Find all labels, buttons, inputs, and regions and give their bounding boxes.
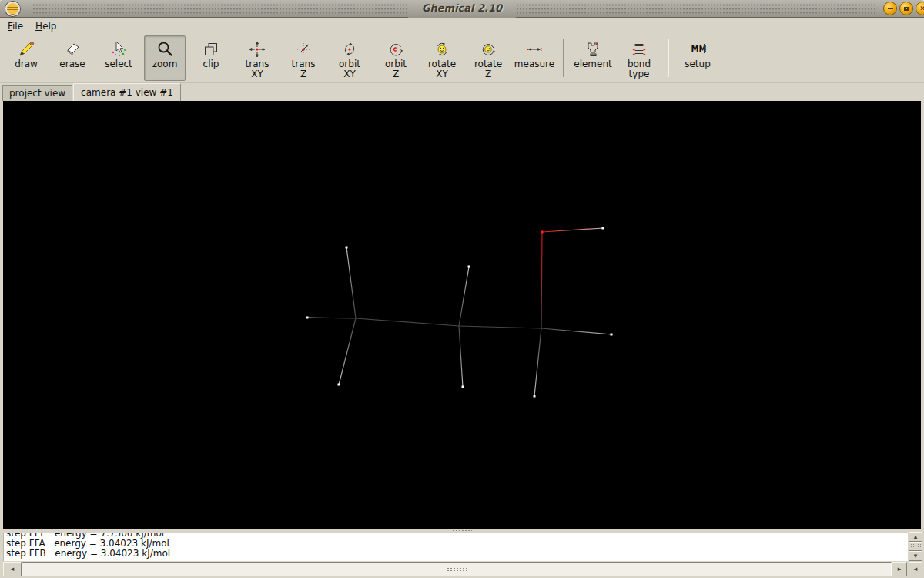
toolbar-button-label: erase [59,59,85,69]
arrow-left-icon: ◂ [914,566,918,573]
camera-viewport[interactable] [3,101,921,529]
scrollbar-thumb-grip-icon [447,567,467,572]
window-menu-icon[interactable] [5,2,20,16]
menu-file[interactable]: File [3,20,28,32]
output-log[interactable]: step FEP energy = 7.7500 kJ/molstep FFA … [3,533,908,561]
toolbar-button-label2: Z [300,69,306,79]
toolbar-button-label2: Z [485,69,491,79]
toolbar-separator [563,39,564,77]
measure-icon [525,39,544,59]
toolbar-element-button[interactable]: element [572,35,614,81]
scroll-up-button[interactable]: ▴ [909,532,922,542]
bond-H3-C1 [339,318,356,385]
atom-H1[interactable] [346,247,348,249]
toolbar-rotate-xy-button[interactable]: rotateXY [421,35,463,81]
select-arrow-icon [109,39,128,59]
minimize-icon [888,8,893,9]
toolbar-orbit-xy-button[interactable]: orbitXY [329,35,370,81]
element-icon [584,39,602,59]
pencil-icon [17,39,35,59]
arrow-right-icon: ▸ [898,566,902,573]
toolbar-trans-xy-button[interactable]: transXY [236,35,278,81]
toolbar-button-label2: XY [436,69,448,79]
menubar: FileHelp [0,18,924,34]
bond-type-icon [630,39,648,59]
rotate-xy-icon [433,39,451,59]
toolbar-bond-type-button[interactable]: bondtype [618,35,660,81]
atom-H2[interactable] [306,317,309,319]
tab-camera-1-view-1[interactable]: camera #1 view #1 [73,83,181,101]
output-line: step FFB energy = 3.04023 kJ/mol [6,549,908,559]
vertical-scrollbar-thumb[interactable] [909,542,922,551]
titlebar[interactable]: Ghemical 2.10 ✕ [0,0,924,18]
window-controls: ✕ [883,2,924,15]
clip-planes-icon [202,39,220,59]
toolbar-button-label: draw [15,59,38,69]
corner-button[interactable]: ◂ [909,562,922,576]
molecule-wireframe [3,101,921,529]
bond-H8-C3 [534,328,541,396]
tab-project-view[interactable]: project view [2,85,72,101]
orbit-xy-icon [340,39,359,59]
toolbar-button-label: zoom [152,59,178,69]
bond-C1-C2 [356,318,459,326]
close-icon: ✕ [919,5,924,12]
rotate-z-icon [479,39,497,59]
toolbar-button-label2: type [629,69,650,79]
toolbar-draw-button[interactable]: draw [5,35,47,81]
atom-H5[interactable] [462,386,464,388]
scroll-left-button[interactable]: ◂ [3,562,22,576]
toolbar: draweraseselectzoomcliptransXYtransZorbi… [0,34,924,83]
toolbar-button-label2: XY [343,69,356,79]
orbit-z-icon [387,39,405,59]
output-vertical-scrollbar: ▴ ▾ [909,532,922,561]
bond-H2-C1 [307,318,356,318]
eraser-icon [63,39,82,59]
toolbar-button-label2: XY [251,69,263,79]
toolbar-button-label: clip [203,59,219,69]
atom-H7[interactable] [611,334,613,336]
bond-H4-C2 [459,267,469,326]
toolbar-orbit-z-button[interactable]: orbitZ [375,35,417,81]
toolbar-button-label: setup [685,59,711,69]
horizontal-scrollbar-trough[interactable] [22,562,892,576]
bond-C3-C4 [541,232,542,328]
atom-H4[interactable] [468,266,470,268]
menu-help[interactable]: Help [31,20,61,32]
window-title: Ghemical 2.10 [408,0,516,18]
atom-C4[interactable] [541,231,544,234]
horizontal-scrollbar: ◂ ▸ [3,562,907,576]
translate-xy-icon [248,39,266,59]
bond-H7-C3 [541,328,611,334]
toolbar-button-label: element [574,59,611,69]
toolbar-zoom-button[interactable]: zoom [144,35,186,81]
bond-H1-C1 [346,247,356,318]
toolbar-separator [668,39,669,77]
toolbar-trans-z-button[interactable]: transZ [283,35,324,81]
tabbar: project viewcamera #1 view #1 [0,83,924,101]
toolbar-measure-button[interactable]: measure [514,35,555,81]
toolbar-clip-button[interactable]: clip [190,35,232,81]
minimize-button[interactable] [883,2,897,15]
atom-H8[interactable] [534,395,536,398]
scroll-down-button[interactable]: ▾ [909,551,922,561]
toolbar-rotate-z-button[interactable]: rotateZ [467,35,509,81]
toolbar-button-label: select [105,59,132,69]
close-button[interactable]: ✕ [916,2,924,15]
maximize-button[interactable] [899,2,913,15]
arrow-down-icon: ▾ [914,553,918,560]
toolbar-button-label2: Z [393,69,399,79]
toolbar-erase-button[interactable]: erase [52,35,93,81]
toolbar-button-label: measure [514,59,554,69]
scroll-right-button[interactable]: ▸ [892,562,907,576]
translate-z-icon [294,39,313,59]
toolbar-select-button[interactable]: select [98,35,139,81]
magnifier-icon [156,39,174,59]
bond-C4-H6 [542,228,603,232]
atom-H6[interactable] [602,227,604,230]
maximize-icon [904,7,909,11]
bond-C2-C3 [459,326,541,328]
atom-H3[interactable] [338,384,340,386]
mm-setup-icon: MM [688,39,707,59]
toolbar-setup-button[interactable]: MMsetup [677,35,718,81]
